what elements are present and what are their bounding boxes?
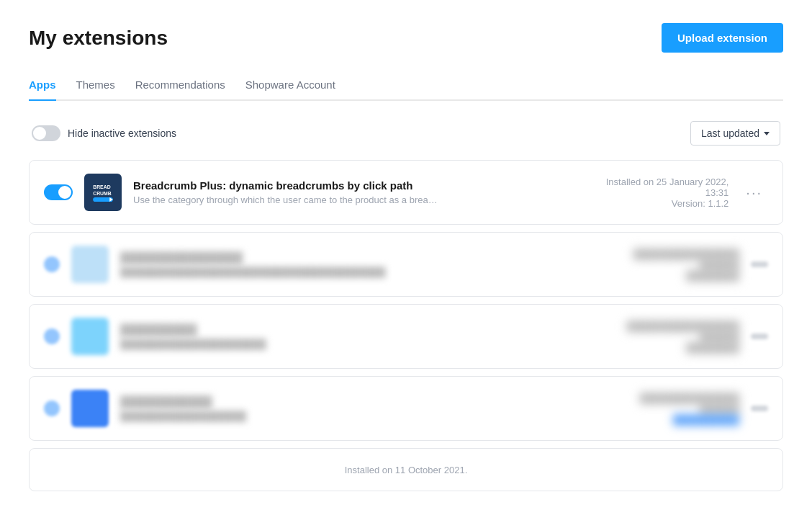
- ext-toggle-breadcrumb[interactable]: [44, 184, 73, 200]
- ext-icon-4: [71, 390, 109, 427]
- ext-info-2: ████████████████ ███████████████████████…: [120, 251, 598, 277]
- extension-card-last: Installed on 11 October 2021.: [29, 448, 783, 491]
- ext-desc-2: ████████████████████████████████████████: [120, 267, 598, 277]
- ext-name-4: ████████████: [120, 395, 598, 408]
- svg-text:CRUMB: CRUMB: [93, 191, 112, 196]
- last-ext-installed-text: Installed on 11 October 2021.: [345, 465, 468, 475]
- ext-name-breadcrumb: Breadcrumb Plus: dynamic breadcrumbs by …: [133, 179, 587, 192]
- ext-meta-line-3b: ██████: [610, 331, 739, 342]
- ext-more-menu-breadcrumb[interactable]: ···: [740, 182, 768, 204]
- upload-extension-button[interactable]: Upload extension: [662, 23, 783, 53]
- ext-name-2: ████████████████: [120, 251, 598, 264]
- hide-inactive-label: Hide inactive extensions: [68, 128, 176, 139]
- page-header: My extensions Upload extension: [29, 23, 783, 53]
- blur-dots-4: [751, 406, 768, 411]
- breadcrumb-logo-icon: BREAD CRUMB: [89, 178, 117, 207]
- toolbar: Hide inactive extensions Last updated: [29, 121, 783, 146]
- ext-info-breadcrumb: Breadcrumb Plus: dynamic breadcrumbs by …: [133, 179, 587, 205]
- chevron-down-icon: [764, 132, 770, 135]
- page-container: My extensions Upload extension Apps Them…: [0, 0, 812, 510]
- hide-inactive-toggle[interactable]: [32, 125, 60, 141]
- extension-card-2: ████████████████ ███████████████████████…: [29, 232, 783, 297]
- blur-toggle-4: [44, 401, 60, 416]
- ext-installed-date: Installed on 25 January 2022,: [599, 176, 728, 187]
- extensions-list: BREAD CRUMB Breadcrumb Plus: dynamic bre…: [29, 160, 783, 498]
- sort-label: Last updated: [701, 128, 759, 139]
- ext-info-4: ████████████ ███████████████████: [120, 395, 598, 421]
- ext-meta-2: ████████████████ ██████ ████████: [610, 249, 739, 281]
- extension-card-4: ████████████ ███████████████████ ███████…: [29, 376, 783, 441]
- toggle-knob: [33, 127, 46, 140]
- tab-shopware-account[interactable]: Shopware Account: [245, 73, 335, 101]
- tabs-nav: Apps Themes Recommendations Shopware Acc…: [29, 73, 783, 101]
- ext-installed-time: 13:31: [599, 187, 728, 198]
- sort-dropdown[interactable]: Last updated: [690, 121, 780, 146]
- ext-meta-line-4a: ███████████████: [610, 393, 739, 403]
- ext-meta-line-2c: ████████: [610, 270, 739, 281]
- ext-desc-4: ███████████████████: [120, 411, 598, 421]
- ext-name-3: ██████████: [120, 323, 598, 336]
- ext-meta-line-3c: ████████: [610, 342, 739, 353]
- tab-themes[interactable]: Themes: [76, 73, 115, 101]
- extension-card-3: ██████████ ██████████████████████ ██████…: [29, 304, 783, 369]
- ext-meta-4: ███████████████ ██████ ██████████: [610, 393, 739, 425]
- ext-meta-line-2b: ██████: [610, 259, 739, 270]
- ext-info-3: ██████████ ██████████████████████: [120, 323, 598, 349]
- ext-meta-breadcrumb: Installed on 25 January 2022, 13:31 Vers…: [599, 176, 728, 209]
- ext-meta-3: █████████████████ ██████ ████████: [610, 321, 739, 353]
- ext-meta-line-2a: ████████████████: [610, 249, 739, 259]
- tab-apps[interactable]: Apps: [29, 73, 56, 101]
- tab-recommendations[interactable]: Recommendations: [135, 73, 225, 101]
- ext-meta-line-3a: █████████████████: [610, 321, 739, 331]
- blur-toggle-2: [44, 256, 60, 272]
- ext-version: Version: 1.1.2: [599, 198, 728, 209]
- toggle-knob: [58, 186, 71, 199]
- svg-text:BREAD: BREAD: [93, 184, 111, 189]
- blur-toggle-3: [44, 328, 60, 344]
- ext-icon-2: [71, 246, 109, 283]
- hide-inactive-toggle-row: Hide inactive extensions: [32, 125, 176, 141]
- page-title: My extensions: [29, 27, 168, 50]
- blur-dots-2: [751, 261, 768, 267]
- ext-meta-line-4c: ██████████: [610, 414, 739, 425]
- ext-desc-breadcrumb: Use the category through which the user …: [133, 194, 587, 205]
- ext-icon-breadcrumb: BREAD CRUMB: [84, 174, 122, 211]
- ext-icon-3: [71, 318, 109, 355]
- ext-meta-line-4b: ██████: [610, 403, 739, 414]
- blur-dots-3: [751, 334, 768, 339]
- extension-card-breadcrumb: BREAD CRUMB Breadcrumb Plus: dynamic bre…: [29, 160, 783, 225]
- ext-desc-3: ██████████████████████: [120, 339, 598, 349]
